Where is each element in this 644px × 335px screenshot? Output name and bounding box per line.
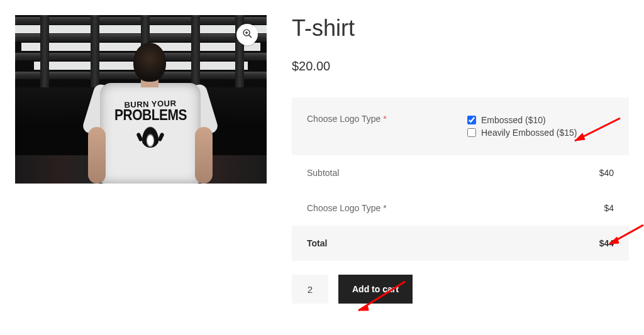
subtotal-label: Subtotal [307, 168, 339, 178]
row-total: Total $44 [292, 226, 629, 261]
cart-row: Add to cart [292, 275, 629, 304]
option-price-value: $4 [604, 203, 614, 213]
quantity-input[interactable] [292, 275, 328, 304]
details-column: T-shirt $20.00 Choose Logo Type * Emboss… [292, 15, 629, 304]
gallery-column: BURN YOUR PROBLEMS [15, 15, 267, 304]
options-label: Choose Logo Type * [307, 114, 467, 139]
checkbox-heavily-embossed[interactable] [467, 128, 476, 137]
product-image[interactable]: BURN YOUR PROBLEMS [15, 15, 267, 184]
subtotal-value: $40 [599, 168, 614, 178]
options-panel: Choose Logo Type * Embossed ($10) Heavil… [292, 97, 629, 155]
print-line2: PROBLEMS [114, 107, 186, 123]
choice-heavily-embossed[interactable]: Heavily Embossed ($15) [467, 126, 614, 139]
total-value: $44 [599, 238, 614, 248]
required-mark: * [383, 114, 386, 124]
svg-line-1 [248, 35, 251, 37]
flame-icon [140, 124, 160, 148]
choice-embossed-label: Embossed ($10) [481, 115, 546, 125]
zoom-button[interactable] [236, 24, 258, 45]
total-label: Total [307, 238, 327, 248]
zoom-in-icon [242, 28, 253, 41]
choice-heavily-embossed-label: Heavily Embossed ($15) [481, 128, 577, 138]
option-price-label: Choose Logo Type * [307, 203, 387, 213]
options-label-text: Choose Logo Type [307, 114, 380, 124]
checkbox-embossed[interactable] [467, 116, 476, 124]
tshirt-print: BURN YOUR PROBLEMS [114, 99, 186, 148]
row-subtotal: Subtotal $40 [292, 155, 629, 190]
options-choices: Embossed ($10) Heavily Embossed ($15) [467, 114, 614, 139]
svg-marker-9 [358, 304, 369, 310]
product-title: T-shirt [292, 15, 629, 41]
product-price: $20.00 [292, 59, 629, 74]
row-option-price: Choose Logo Type * $4 [292, 190, 629, 226]
add-to-cart-button[interactable]: Add to cart [338, 275, 413, 304]
product-page: BURN YOUR PROBLEMS T-shirt $20.00 Choose… [15, 15, 629, 304]
choice-embossed[interactable]: Embossed ($10) [467, 114, 614, 126]
